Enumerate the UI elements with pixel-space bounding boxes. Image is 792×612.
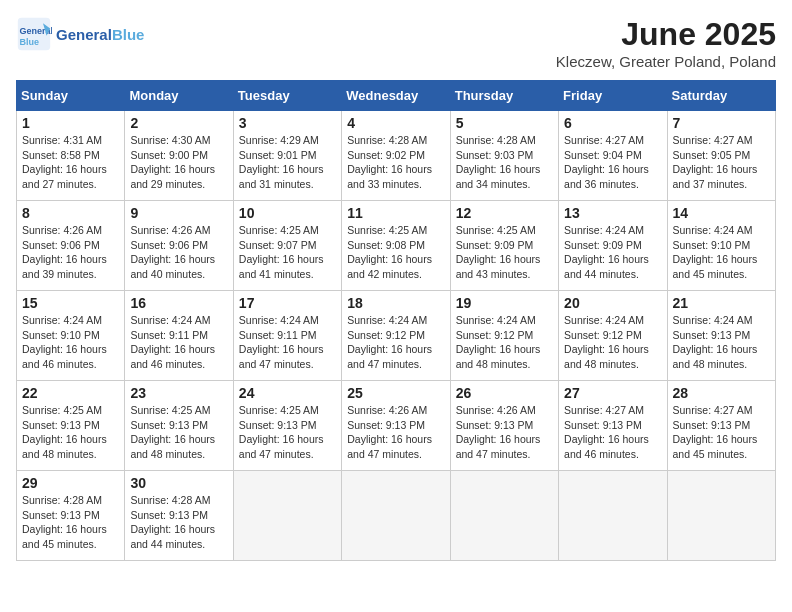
day-number: 17 xyxy=(239,295,336,311)
day-number: 25 xyxy=(347,385,444,401)
header-day-saturday: Saturday xyxy=(667,81,775,111)
week-row-3: 15Sunrise: 4:24 AMSunset: 9:10 PMDayligh… xyxy=(17,291,776,381)
day-number: 6 xyxy=(564,115,661,131)
empty-cell xyxy=(559,471,667,561)
day-number: 11 xyxy=(347,205,444,221)
day-info: Sunrise: 4:24 AMSunset: 9:10 PMDaylight:… xyxy=(22,313,119,372)
day-number: 26 xyxy=(456,385,553,401)
day-info: Sunrise: 4:24 AMSunset: 9:11 PMDaylight:… xyxy=(239,313,336,372)
empty-cell xyxy=(450,471,558,561)
day-cell-29: 29Sunrise: 4:28 AMSunset: 9:13 PMDayligh… xyxy=(17,471,125,561)
day-cell-9: 9Sunrise: 4:26 AMSunset: 9:06 PMDaylight… xyxy=(125,201,233,291)
day-number: 9 xyxy=(130,205,227,221)
day-number: 23 xyxy=(130,385,227,401)
logo-icon: General Blue xyxy=(16,16,52,52)
header-day-monday: Monday xyxy=(125,81,233,111)
day-number: 10 xyxy=(239,205,336,221)
week-row-4: 22Sunrise: 4:25 AMSunset: 9:13 PMDayligh… xyxy=(17,381,776,471)
logo: General Blue GeneralBlue xyxy=(16,16,144,52)
location-title: Kleczew, Greater Poland, Poland xyxy=(556,53,776,70)
day-number: 16 xyxy=(130,295,227,311)
day-info: Sunrise: 4:27 AMSunset: 9:04 PMDaylight:… xyxy=(564,133,661,192)
day-info: Sunrise: 4:28 AMSunset: 9:13 PMDaylight:… xyxy=(22,493,119,552)
month-title: June 2025 xyxy=(556,16,776,53)
day-number: 22 xyxy=(22,385,119,401)
day-info: Sunrise: 4:27 AMSunset: 9:05 PMDaylight:… xyxy=(673,133,770,192)
day-number: 7 xyxy=(673,115,770,131)
day-info: Sunrise: 4:25 AMSunset: 9:07 PMDaylight:… xyxy=(239,223,336,282)
day-info: Sunrise: 4:24 AMSunset: 9:12 PMDaylight:… xyxy=(347,313,444,372)
day-number: 3 xyxy=(239,115,336,131)
day-number: 8 xyxy=(22,205,119,221)
day-cell-1: 1Sunrise: 4:31 AMSunset: 8:58 PMDaylight… xyxy=(17,111,125,201)
header-day-wednesday: Wednesday xyxy=(342,81,450,111)
day-cell-5: 5Sunrise: 4:28 AMSunset: 9:03 PMDaylight… xyxy=(450,111,558,201)
day-cell-26: 26Sunrise: 4:26 AMSunset: 9:13 PMDayligh… xyxy=(450,381,558,471)
day-info: Sunrise: 4:25 AMSunset: 9:13 PMDaylight:… xyxy=(130,403,227,462)
day-number: 18 xyxy=(347,295,444,311)
day-info: Sunrise: 4:25 AMSunset: 9:08 PMDaylight:… xyxy=(347,223,444,282)
week-row-5: 29Sunrise: 4:28 AMSunset: 9:13 PMDayligh… xyxy=(17,471,776,561)
header: General Blue GeneralBlue June 2025 Klecz… xyxy=(16,16,776,70)
empty-cell xyxy=(342,471,450,561)
day-info: Sunrise: 4:28 AMSunset: 9:13 PMDaylight:… xyxy=(130,493,227,552)
day-info: Sunrise: 4:30 AMSunset: 9:00 PMDaylight:… xyxy=(130,133,227,192)
day-cell-30: 30Sunrise: 4:28 AMSunset: 9:13 PMDayligh… xyxy=(125,471,233,561)
day-number: 4 xyxy=(347,115,444,131)
title-area: June 2025 Kleczew, Greater Poland, Polan… xyxy=(556,16,776,70)
day-cell-7: 7Sunrise: 4:27 AMSunset: 9:05 PMDaylight… xyxy=(667,111,775,201)
header-day-thursday: Thursday xyxy=(450,81,558,111)
day-number: 12 xyxy=(456,205,553,221)
day-cell-17: 17Sunrise: 4:24 AMSunset: 9:11 PMDayligh… xyxy=(233,291,341,381)
day-info: Sunrise: 4:26 AMSunset: 9:13 PMDaylight:… xyxy=(347,403,444,462)
day-info: Sunrise: 4:29 AMSunset: 9:01 PMDaylight:… xyxy=(239,133,336,192)
week-row-1: 1Sunrise: 4:31 AMSunset: 8:58 PMDaylight… xyxy=(17,111,776,201)
day-info: Sunrise: 4:25 AMSunset: 9:13 PMDaylight:… xyxy=(239,403,336,462)
day-cell-28: 28Sunrise: 4:27 AMSunset: 9:13 PMDayligh… xyxy=(667,381,775,471)
day-number: 28 xyxy=(673,385,770,401)
empty-cell xyxy=(233,471,341,561)
day-info: Sunrise: 4:28 AMSunset: 9:02 PMDaylight:… xyxy=(347,133,444,192)
day-cell-22: 22Sunrise: 4:25 AMSunset: 9:13 PMDayligh… xyxy=(17,381,125,471)
day-info: Sunrise: 4:24 AMSunset: 9:10 PMDaylight:… xyxy=(673,223,770,282)
day-number: 19 xyxy=(456,295,553,311)
week-row-2: 8Sunrise: 4:26 AMSunset: 9:06 PMDaylight… xyxy=(17,201,776,291)
day-number: 30 xyxy=(130,475,227,491)
day-info: Sunrise: 4:27 AMSunset: 9:13 PMDaylight:… xyxy=(564,403,661,462)
day-number: 24 xyxy=(239,385,336,401)
day-number: 13 xyxy=(564,205,661,221)
day-cell-8: 8Sunrise: 4:26 AMSunset: 9:06 PMDaylight… xyxy=(17,201,125,291)
logo-name: GeneralBlue xyxy=(56,26,144,43)
svg-text:Blue: Blue xyxy=(20,37,40,47)
day-cell-2: 2Sunrise: 4:30 AMSunset: 9:00 PMDaylight… xyxy=(125,111,233,201)
day-cell-13: 13Sunrise: 4:24 AMSunset: 9:09 PMDayligh… xyxy=(559,201,667,291)
day-cell-11: 11Sunrise: 4:25 AMSunset: 9:08 PMDayligh… xyxy=(342,201,450,291)
day-cell-12: 12Sunrise: 4:25 AMSunset: 9:09 PMDayligh… xyxy=(450,201,558,291)
empty-cell xyxy=(667,471,775,561)
calendar-header-row: SundayMondayTuesdayWednesdayThursdayFrid… xyxy=(17,81,776,111)
day-info: Sunrise: 4:28 AMSunset: 9:03 PMDaylight:… xyxy=(456,133,553,192)
header-day-friday: Friday xyxy=(559,81,667,111)
day-cell-21: 21Sunrise: 4:24 AMSunset: 9:13 PMDayligh… xyxy=(667,291,775,381)
day-cell-27: 27Sunrise: 4:27 AMSunset: 9:13 PMDayligh… xyxy=(559,381,667,471)
day-info: Sunrise: 4:24 AMSunset: 9:12 PMDaylight:… xyxy=(564,313,661,372)
day-info: Sunrise: 4:24 AMSunset: 9:11 PMDaylight:… xyxy=(130,313,227,372)
day-number: 27 xyxy=(564,385,661,401)
day-number: 5 xyxy=(456,115,553,131)
day-cell-24: 24Sunrise: 4:25 AMSunset: 9:13 PMDayligh… xyxy=(233,381,341,471)
day-cell-4: 4Sunrise: 4:28 AMSunset: 9:02 PMDaylight… xyxy=(342,111,450,201)
day-info: Sunrise: 4:26 AMSunset: 9:13 PMDaylight:… xyxy=(456,403,553,462)
day-number: 2 xyxy=(130,115,227,131)
day-info: Sunrise: 4:31 AMSunset: 8:58 PMDaylight:… xyxy=(22,133,119,192)
day-cell-3: 3Sunrise: 4:29 AMSunset: 9:01 PMDaylight… xyxy=(233,111,341,201)
day-info: Sunrise: 4:25 AMSunset: 9:09 PMDaylight:… xyxy=(456,223,553,282)
day-cell-6: 6Sunrise: 4:27 AMSunset: 9:04 PMDaylight… xyxy=(559,111,667,201)
day-info: Sunrise: 4:24 AMSunset: 9:12 PMDaylight:… xyxy=(456,313,553,372)
day-info: Sunrise: 4:27 AMSunset: 9:13 PMDaylight:… xyxy=(673,403,770,462)
day-info: Sunrise: 4:24 AMSunset: 9:09 PMDaylight:… xyxy=(564,223,661,282)
day-info: Sunrise: 4:26 AMSunset: 9:06 PMDaylight:… xyxy=(22,223,119,282)
day-cell-16: 16Sunrise: 4:24 AMSunset: 9:11 PMDayligh… xyxy=(125,291,233,381)
day-number: 21 xyxy=(673,295,770,311)
day-cell-14: 14Sunrise: 4:24 AMSunset: 9:10 PMDayligh… xyxy=(667,201,775,291)
day-info: Sunrise: 4:24 AMSunset: 9:13 PMDaylight:… xyxy=(673,313,770,372)
